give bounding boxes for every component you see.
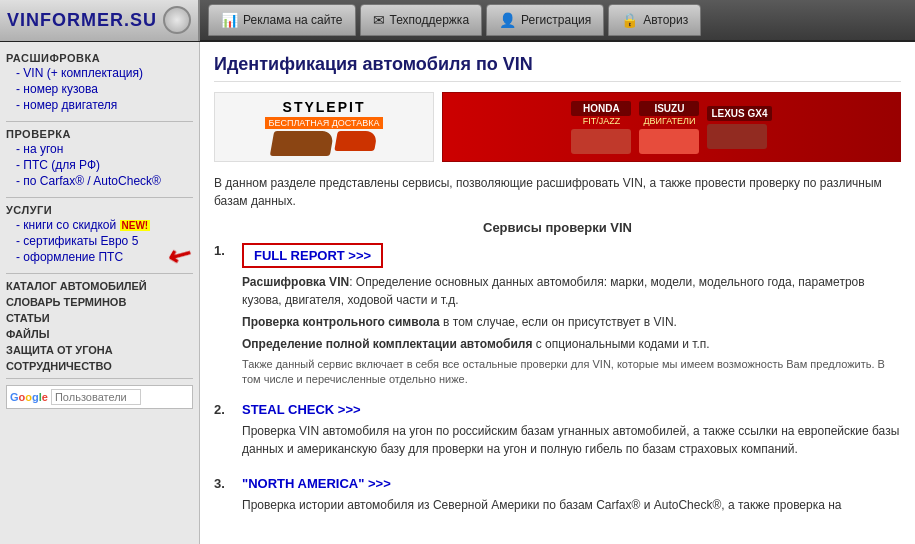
sidebar-item-carfax[interactable]: - по Carfax® / AutoCheck®: [6, 173, 193, 189]
tab-support[interactable]: ✉ Техподдержка: [360, 4, 483, 36]
tab-registration[interactable]: 👤 Регистрация: [486, 4, 604, 36]
sidebar-item-pts-service[interactable]: - оформление ПТС: [6, 249, 193, 265]
sidebar-heading-decode: РАСШИФРОВКА: [6, 52, 100, 64]
north-america-link[interactable]: "NORTH AMERICA" >>>: [242, 476, 391, 491]
steal-check-link-wrapper[interactable]: STEAL CHECK >>>: [242, 402, 901, 417]
divider-3: [6, 273, 193, 274]
steal-check-link[interactable]: STEAL CHECK >>>: [242, 402, 361, 417]
car-2-model: ДВИГАТЕЛИ: [639, 116, 699, 126]
service-body-north-america: "NORTH AMERICA" >>> Проверка истории авт…: [242, 476, 901, 518]
sidebar-item-catalog[interactable]: КАТАЛОГ АВТОМОБИЛЕЙ: [6, 278, 193, 294]
main-layout: РАСШИФРОВКА - VIN (+ комплектация) - ном…: [0, 42, 915, 544]
service-desc-full-report-1: Расшифровка VIN: Определение основных да…: [242, 273, 901, 309]
support-icon: ✉: [373, 12, 385, 28]
full-report-link[interactable]: FULL REPORT >>>: [254, 248, 371, 263]
tab-support-label: Техподдержка: [390, 13, 470, 27]
divider-2: [6, 197, 193, 198]
sidebar-item-pts[interactable]: - ПТС (для РФ): [6, 157, 193, 173]
car-2: ISUZU ДВИГАТЕЛИ: [639, 101, 699, 154]
service-desc-full-report-2: Проверка контрольного символа в том случ…: [242, 313, 901, 331]
logo-text: VINFORMER.SU: [7, 10, 157, 31]
banner-cars: HONDA FIT/JAZZ ISUZU ДВИГАТЕЛИ LEXUS GX4: [571, 101, 771, 154]
service-link-box-full-report[interactable]: FULL REPORT >>>: [242, 243, 383, 268]
tab-registration-label: Регистрация: [521, 13, 591, 27]
car-2-label: ISUZU: [639, 101, 699, 116]
nav-tabs: 📊 Реклама на сайте ✉ Техподдержка 👤 Реги…: [208, 0, 701, 40]
divider-1: [6, 121, 193, 122]
north-america-link-wrapper[interactable]: "NORTH AMERICA" >>>: [242, 476, 901, 491]
tab-advertising[interactable]: 📊 Реклама на сайте: [208, 4, 356, 36]
service-item-steal-check: 2. STEAL CHECK >>> Проверка VIN автомоби…: [214, 402, 901, 462]
sidebar-heading-check: ПРОВЕРКА: [6, 128, 71, 140]
sidebar-item-terms[interactable]: СЛОВАРЬ ТЕРМИНОВ: [6, 294, 193, 310]
car-3: LEXUS GX4: [707, 106, 771, 149]
sidebar-item-protection[interactable]: ЗАЩИТА ОТ УГОНА: [6, 342, 193, 358]
logo-area: VINFORMER.SU: [0, 0, 200, 41]
sidebar-section-services: УСЛУГИ - книги со скидкой NEW! - сертифи…: [6, 202, 193, 265]
author-icon: 🔒: [621, 12, 638, 28]
tab-author[interactable]: 🔒 Авториз: [608, 4, 701, 36]
service-body-steal-check: STEAL CHECK >>> Проверка VIN автомобиля …: [242, 402, 901, 462]
google-search-area: Google: [6, 385, 193, 409]
sidebar-item-euro5[interactable]: - сертификаты Евро 5: [6, 233, 193, 249]
tab-advertising-label: Реклама на сайте: [243, 13, 343, 27]
new-badge: NEW!: [120, 220, 151, 231]
sidebar-item-vin-decode[interactable]: - VIN (+ комплектация): [6, 65, 193, 81]
sidebar-item-engine-number[interactable]: - номер двигателя: [6, 97, 193, 113]
stylepit-tag: БЕСПЛАТНАЯ ДОСТАВКА: [265, 117, 384, 129]
service-note-full-report: Также данный сервис включает в себя все …: [242, 357, 901, 388]
service-desc-full-report-3: Определение полной комплектации автомоби…: [242, 335, 901, 353]
tab-author-label: Авториз: [643, 13, 688, 27]
service-number-2: 2.: [214, 402, 232, 417]
sidebar-heading-services: УСЛУГИ: [6, 204, 52, 216]
full-report-bold-3: Определение полной комплектации автомоби…: [242, 337, 532, 351]
services-heading: Сервисы проверки VIN: [214, 220, 901, 235]
shoe-icon-1: [270, 131, 334, 156]
sidebar-section-decode: РАСШИФРОВКА - VIN (+ комплектация) - ном…: [6, 50, 193, 113]
service-item-north-america: 3. "NORTH AMERICA" >>> Проверка истории …: [214, 476, 901, 518]
sidebar-item-files[interactable]: ФАЙЛЫ: [6, 326, 193, 342]
car-1-label: HONDA: [571, 101, 631, 116]
service-desc-steal-check: Проверка VIN автомобиля на угон по росси…: [242, 422, 901, 458]
content-area: Идентификация автомобиля по VIN STYLEPIT…: [200, 42, 915, 544]
sidebar-item-body-number[interactable]: - номер кузова: [6, 81, 193, 97]
google-search-input[interactable]: [51, 389, 141, 405]
sidebar: РАСШИФРОВКА - VIN (+ комплектация) - ном…: [0, 42, 200, 544]
full-report-bold-1: Расшифровка VIN: [242, 275, 349, 289]
car-1: HONDA FIT/JAZZ: [571, 101, 631, 154]
banner-stylepit-content: STYLEPIT БЕСПЛАТНАЯ ДОСТАВКА: [265, 99, 384, 156]
banner-row: STYLEPIT БЕСПЛАТНАЯ ДОСТАВКА HONDA FIT/J…: [214, 92, 901, 162]
google-logo: Google: [10, 391, 48, 403]
sidebar-item-articles[interactable]: СТАТЬИ: [6, 310, 193, 326]
service-item-full-report: 1. FULL REPORT >>> Расшифровка VIN: Опре…: [214, 243, 901, 388]
full-report-text-3: с опциональными кодами и т.п.: [532, 337, 709, 351]
car-3-img: [707, 124, 767, 149]
service-number-3: 3.: [214, 476, 232, 491]
car-3-label: LEXUS GX4: [707, 106, 771, 121]
sidebar-item-cooperation[interactable]: СОТРУДНИЧЕСТВО: [6, 358, 193, 374]
sidebar-section-check: ПРОВЕРКА - на угон - ПТС (для РФ) - по C…: [6, 126, 193, 189]
intro-text: В данном разделе представлены сервисы, п…: [214, 174, 901, 210]
service-desc-north-america: Проверка истории автомобиля из Северной …: [242, 496, 901, 514]
logo-circle: [163, 6, 191, 34]
page-title: Идентификация автомобиля по VIN: [214, 54, 901, 82]
service-number-1: 1.: [214, 243, 232, 258]
sidebar-item-books[interactable]: - книги со скидкой NEW!: [6, 217, 193, 233]
shoe-icon-2: [334, 131, 378, 151]
banner-left[interactable]: STYLEPIT БЕСПЛАТНАЯ ДОСТАВКА: [214, 92, 434, 162]
header: VINFORMER.SU 📊 Реклама на сайте ✉ Техпод…: [0, 0, 915, 42]
stylepit-logo: STYLEPIT: [283, 99, 366, 115]
car-1-img: [571, 129, 631, 154]
full-report-bold-2: Проверка контрольного символа: [242, 315, 440, 329]
car-2-img: [639, 129, 699, 154]
service-body-full-report: FULL REPORT >>> Расшифровка VIN: Определ…: [242, 243, 901, 388]
divider-4: [6, 378, 193, 379]
advertising-icon: 📊: [221, 12, 238, 28]
registration-icon: 👤: [499, 12, 516, 28]
car-1-model: FIT/JAZZ: [571, 116, 631, 126]
books-label: - книги со скидкой: [16, 218, 120, 232]
banner-right[interactable]: HONDA FIT/JAZZ ISUZU ДВИГАТЕЛИ LEXUS GX4: [442, 92, 901, 162]
sidebar-item-stolen[interactable]: - на угон: [6, 141, 193, 157]
full-report-text-2: в том случае, если он присутствует в VIN…: [440, 315, 677, 329]
